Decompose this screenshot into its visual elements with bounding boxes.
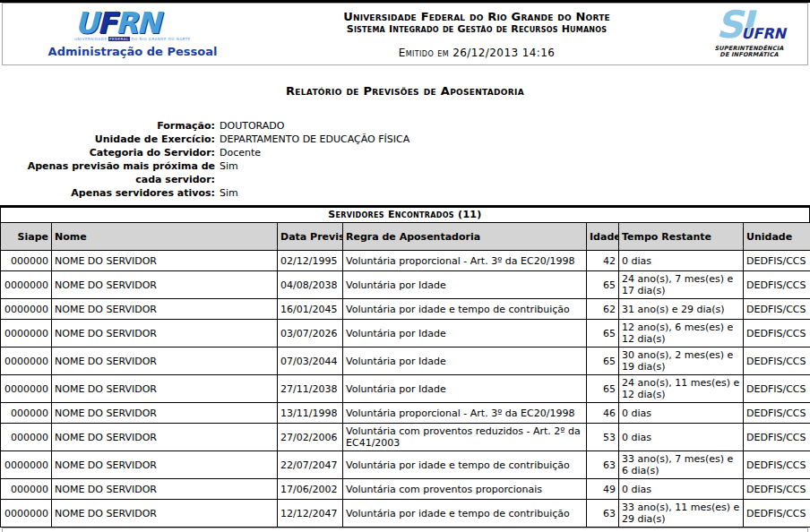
table-cell: 17/06/2002 (278, 479, 343, 500)
system-name: Sistema Integrado de Gestão de Recursos … (263, 23, 691, 35)
table-cell: DEDFIS/CCS (744, 403, 810, 424)
table-cell: 65 (587, 375, 619, 403)
table-cell: 0000000 (1, 271, 52, 299)
table-cell: 02/12/1995 (278, 251, 343, 271)
filter-summary: Formação: DOUTORADO Unidade de Exercício… (0, 119, 810, 200)
table-cell: 31 ano(s) e 29 dia(s) (619, 299, 744, 320)
table-cell: DEDFIS/CCS (744, 500, 810, 528)
table-cell: 12 ano(s), 6 mes(es) e 12 dia(s) (619, 320, 744, 348)
col-header-tempo-restante: Tempo Restante (619, 223, 744, 251)
table-cell: 12/12/2047 (278, 500, 343, 528)
table-cell: Voluntária por idade e tempo de contribu… (343, 451, 587, 479)
table-cell: 62 (587, 299, 619, 320)
university-name: Universidade Federal do Rio Grande do No… (263, 10, 691, 23)
filter-row-categoria: Categoria do Servidor: Docente (0, 146, 810, 159)
table-cell: NOME DO SERVIDOR (52, 451, 278, 479)
table-cell: NOME DO SERVIDOR (52, 299, 278, 320)
ufrn-logo: UFRN UNIVERSIDADE FEDERAL DO RIO GRANDE … (74, 10, 191, 42)
table-cell: 13/11/1998 (278, 403, 343, 424)
col-header-unidade: Unidade (744, 223, 810, 251)
filter-label: Unidade de Exercício: (0, 133, 215, 146)
table-cell: Voluntária por idade e tempo de contribu… (343, 299, 587, 320)
table-cell: NOME DO SERVIDOR (52, 348, 278, 375)
report-page: { "colors": { "brand_dark_blue": "#16309… (0, 0, 810, 532)
filter-label: Categoria do Servidor: (0, 146, 215, 159)
filter-value: DEPARTAMENTO DE EDUCAÇÃO FÍSICA (220, 133, 409, 146)
module-title: Administração de Pessoal (48, 45, 218, 58)
page-title: Relatório de Previsões de Aposentadoria (0, 84, 810, 98)
table-cell: 0 dias (619, 424, 744, 451)
filter-value: Sim (220, 159, 238, 186)
filter-row-previsao-proxima: Apenas previsão mais próxima de cada ser… (0, 159, 810, 186)
table-cell: 0000000 (1, 348, 52, 375)
col-header-regra: Regra de Aposentadoria (343, 223, 587, 251)
table-cell: 0000000 (1, 375, 52, 403)
table-cell: 0000000 (1, 320, 52, 348)
results-section: Servidores Encontrados (11) Siape Nome D… (0, 205, 810, 528)
col-header-nome: Nome (52, 223, 278, 251)
table-cell: 49 (587, 479, 619, 500)
table-cell: NOME DO SERVIDOR (52, 479, 278, 500)
table-cell: 000000 (1, 479, 52, 500)
table-cell: DEDFIS/CCS (744, 251, 810, 271)
filter-label: Apenas servidores ativos: (0, 186, 215, 200)
table-cell: NOME DO SERVIDOR (52, 320, 278, 348)
table-cell: Voluntária por Idade (343, 375, 587, 403)
table-cell: 53 (587, 424, 619, 451)
header-right: SI UFRN SUPERINTENDÊNCIA DE INFORMÁTICA (691, 10, 807, 58)
table-cell: 0000000 (1, 451, 52, 479)
table-cell: NOME DO SERVIDOR (52, 500, 278, 528)
table-header-row: Siape Nome Data Prevista Regra de Aposen… (1, 223, 810, 251)
table-caption: Servidores Encontrados (11) (0, 208, 810, 222)
col-header-idade: Idade (587, 223, 619, 251)
table-row: 0000000NOME DO SERVIDOR03/07/2026Voluntá… (1, 320, 810, 348)
table-row: 0000000NOME DO SERVIDOR07/03/2044Voluntá… (1, 348, 810, 375)
table-cell: Voluntária proporcional - Art. 3º da EC2… (343, 403, 587, 424)
table-cell: NOME DO SERVIDOR (52, 375, 278, 403)
filter-row-servidores-ativos: Apenas servidores ativos: Sim (0, 186, 810, 200)
si-logo-caption: SUPERINTENDÊNCIA DE INFORMÁTICA (714, 46, 783, 58)
table-cell: DEDFIS/CCS (744, 375, 810, 403)
table-row: 0000000NOME DO SERVIDOR12/12/2047Voluntá… (1, 500, 810, 528)
page-footer: ❮ Voltar SIGRH | Superintendência de Inf… (2, 528, 808, 532)
table-cell: 0000000 (1, 299, 52, 320)
table-cell: 000000 (1, 403, 52, 424)
filter-label: Formação: (0, 119, 215, 133)
table-cell: 33 ano(s), 11 mes(es) e 29 dia(s) (619, 500, 744, 528)
table-cell: Voluntária proporcional - Art. 3º da EC2… (343, 251, 587, 271)
table-cell: Voluntária com proventos reduzidos - Art… (343, 424, 587, 451)
table-cell: 65 (587, 320, 619, 348)
table-cell: DEDFIS/CCS (744, 299, 810, 320)
si-logo-ufrn-text: UFRN (741, 25, 786, 42)
table-cell: 000000 (1, 251, 52, 271)
report-table-body: 000000NOME DO SERVIDOR02/12/1995Voluntár… (1, 251, 810, 528)
table-cell: 24 ano(s), 7 mes(es) e 17 dia(s) (619, 271, 744, 299)
table-cell: NOME DO SERVIDOR (52, 403, 278, 424)
filter-row-formacao: Formação: DOUTORADO (0, 119, 810, 133)
table-cell: 65 (587, 348, 619, 375)
table-cell: Voluntária com proventos proporcionais (343, 479, 587, 500)
ufrn-logo-banner: UNIVERSIDADE FEDERAL DO RIO GRANDE DO NO… (74, 37, 191, 42)
table-cell: 0000000 (1, 500, 52, 528)
table-cell: Voluntária por Idade (343, 348, 587, 375)
table-cell: DEDFIS/CCS (744, 348, 810, 375)
table-cell: Voluntária por idade e tempo de contribu… (343, 500, 587, 528)
table-row: 0000000NOME DO SERVIDOR04/08/2038Voluntá… (1, 271, 810, 299)
table-cell: NOME DO SERVIDOR (52, 424, 278, 451)
filter-value: DOUTORADO (220, 119, 284, 133)
table-cell: NOME DO SERVIDOR (52, 251, 278, 271)
table-cell: DEDFIS/CCS (744, 320, 810, 348)
table-cell: 63 (587, 500, 619, 528)
table-cell: 22/07/2047 (278, 451, 343, 479)
table-row: 0000000NOME DO SERVIDOR27/11/2038Voluntá… (1, 375, 810, 403)
table-cell: DEDFIS/CCS (744, 424, 810, 451)
table-cell: 65 (587, 271, 619, 299)
filter-value: Docente (220, 146, 261, 159)
filter-value: Sim (220, 186, 238, 200)
table-cell: 24 ano(s), 11 mes(es) e 12 dia(s) (619, 375, 744, 403)
col-header-siape: Siape (1, 223, 52, 251)
table-cell: 0 dias (619, 479, 744, 500)
table-cell: 63 (587, 451, 619, 479)
table-row: 000000NOME DO SERVIDOR27/02/2006Voluntár… (1, 424, 810, 451)
table-row: 000000NOME DO SERVIDOR13/11/1998Voluntár… (1, 403, 810, 424)
